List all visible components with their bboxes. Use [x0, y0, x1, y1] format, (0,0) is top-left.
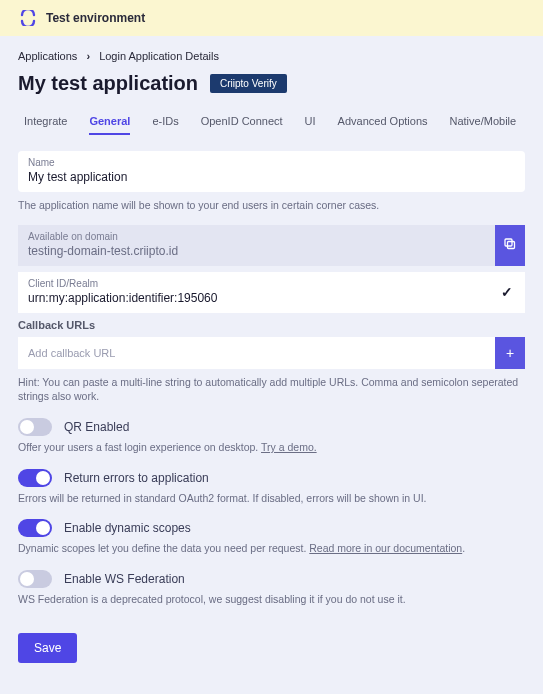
ws-federation-desc: WS Federation is a deprecated protocol, …	[18, 592, 525, 607]
name-field[interactable]: Name My test application	[18, 151, 525, 192]
dynamic-scopes-desc: Dynamic scopes let you define the data y…	[18, 541, 525, 556]
domain-value: testing-domain-test.criipto.id	[28, 244, 485, 258]
callback-hint: Hint: You can paste a multi-line string …	[18, 375, 525, 404]
copy-icon	[503, 237, 517, 254]
environment-banner: Test environment	[0, 0, 543, 36]
ws-federation-label: Enable WS Federation	[64, 572, 185, 586]
dynamic-scopes-label: Enable dynamic scopes	[64, 521, 191, 535]
svg-rect-0	[508, 241, 515, 248]
name-value: My test application	[28, 170, 515, 184]
tabs: Integrate General e-IDs OpenID Connect U…	[18, 109, 525, 133]
environment-label: Test environment	[46, 11, 145, 25]
save-button[interactable]: Save	[18, 633, 77, 663]
tab-ui[interactable]: UI	[305, 109, 316, 133]
logo-icon	[20, 10, 36, 26]
dynamic-scopes-toggle[interactable]	[18, 519, 52, 537]
client-id-label: Client ID/Realm	[28, 278, 479, 289]
return-errors-desc: Errors will be returned in standard OAut…	[18, 491, 525, 506]
copy-domain-button[interactable]	[495, 225, 525, 266]
name-help: The application name will be shown to yo…	[18, 198, 525, 213]
tab-general[interactable]: General	[89, 109, 130, 133]
return-errors-toggle[interactable]	[18, 469, 52, 487]
tab-eids[interactable]: e-IDs	[152, 109, 178, 133]
check-icon: ✓	[501, 284, 513, 300]
plus-icon: +	[506, 345, 514, 361]
client-id-field[interactable]: Client ID/Realm urn:my:application:ident…	[18, 272, 525, 313]
chevron-right-icon: ›	[86, 50, 90, 62]
ws-federation-toggle[interactable]	[18, 570, 52, 588]
breadcrumb: Applications › Login Application Details	[18, 50, 525, 62]
return-errors-label: Return errors to application	[64, 471, 209, 485]
scopes-docs-link[interactable]: Read more in our documentation	[309, 542, 462, 554]
client-id-value: urn:my:application:identifier:195060	[28, 291, 479, 305]
callback-url-input[interactable]	[18, 337, 495, 369]
domain-field: Available on domain testing-domain-test.…	[18, 225, 525, 266]
verify-badge: Criipto Verify	[210, 74, 287, 93]
callback-heading: Callback URLs	[18, 319, 525, 331]
qr-enabled-desc: Offer your users a fast login experience…	[18, 440, 525, 455]
qr-enabled-toggle[interactable]	[18, 418, 52, 436]
breadcrumb-current: Login Application Details	[99, 50, 219, 62]
tab-native-mobile[interactable]: Native/Mobile	[450, 109, 517, 133]
tab-advanced-options[interactable]: Advanced Options	[338, 109, 428, 133]
domain-label: Available on domain	[28, 231, 485, 242]
svg-rect-1	[505, 239, 512, 246]
name-label: Name	[28, 157, 515, 168]
qr-enabled-label: QR Enabled	[64, 420, 129, 434]
tab-openid-connect[interactable]: OpenID Connect	[201, 109, 283, 133]
add-callback-button[interactable]: +	[495, 337, 525, 369]
tab-integrate[interactable]: Integrate	[24, 109, 67, 133]
page-title: My test application	[18, 72, 198, 95]
breadcrumb-root[interactable]: Applications	[18, 50, 77, 62]
qr-demo-link[interactable]: Try a demo.	[261, 441, 317, 453]
